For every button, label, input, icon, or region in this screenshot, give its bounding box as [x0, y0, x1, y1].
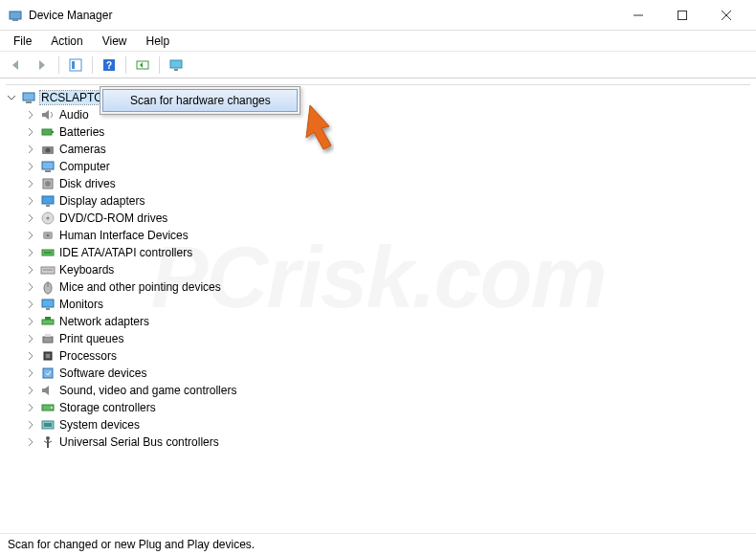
tree-node[interactable]: Display adapters: [6, 192, 750, 210]
svg-rect-6: [70, 59, 81, 71]
tree-node[interactable]: Sound, video and game controllers: [6, 382, 750, 399]
maximize-button[interactable]: [660, 1, 704, 30]
menu-help[interactable]: Help: [139, 33, 178, 50]
tree-node-label: Disk drives: [59, 177, 116, 190]
svg-rect-47: [44, 423, 52, 427]
tree-node[interactable]: Computer: [6, 158, 750, 175]
svg-rect-24: [46, 205, 50, 207]
menu-file[interactable]: File: [6, 33, 39, 50]
tree-node-label: Audio: [59, 108, 89, 122]
svg-point-18: [46, 148, 51, 153]
ide-icon: [40, 245, 56, 260]
printer-icon: [40, 331, 56, 346]
annotation-arrow-icon: [300, 96, 367, 166]
svg-rect-1: [12, 19, 18, 21]
toolbar-separator: [92, 56, 93, 74]
cpu-icon: [40, 348, 56, 364]
expand-icon[interactable]: [25, 281, 36, 293]
expand-icon[interactable]: [25, 161, 36, 172]
svg-rect-42: [46, 354, 50, 358]
svg-rect-37: [42, 320, 54, 324]
expand-icon[interactable]: [25, 247, 36, 258]
minimize-button[interactable]: [616, 1, 660, 30]
expand-icon[interactable]: [25, 385, 36, 396]
expand-icon[interactable]: [25, 126, 36, 138]
svg-point-22: [45, 181, 51, 187]
collapse-icon[interactable]: [6, 92, 17, 103]
expand-icon[interactable]: [25, 178, 36, 189]
menu-view[interactable]: View: [95, 33, 135, 50]
tree-node-label: IDE ATA/ATAPI controllers: [59, 246, 192, 259]
expand-icon[interactable]: [25, 264, 36, 276]
tree-node[interactable]: Batteries: [6, 123, 750, 141]
expand-icon[interactable]: [25, 316, 36, 327]
tree-node[interactable]: Mice and other pointing devices: [6, 278, 750, 296]
expand-icon[interactable]: [25, 299, 36, 310]
tree-node[interactable]: Storage controllers: [6, 399, 750, 416]
svg-rect-16: [52, 131, 54, 133]
tree-node[interactable]: Keyboards: [6, 261, 750, 278]
show-hide-tree-button[interactable]: [64, 55, 87, 76]
expand-icon[interactable]: [25, 230, 36, 241]
tree-node[interactable]: IDE ATA/ATAPI controllers: [6, 244, 750, 261]
expand-icon[interactable]: [25, 367, 36, 379]
svg-rect-13: [23, 93, 34, 100]
tree-node-label: Network adapters: [59, 315, 149, 328]
monitor-button[interactable]: [165, 55, 188, 76]
expand-icon[interactable]: [25, 436, 36, 448]
tree-node-label: Universal Serial Bus controllers: [59, 435, 219, 449]
expand-icon[interactable]: [25, 195, 36, 207]
tree-node-label: Storage controllers: [59, 401, 156, 414]
tree-node-label: Processors: [59, 349, 117, 363]
svg-rect-40: [45, 334, 51, 337]
app-icon: [8, 8, 23, 23]
svg-rect-19: [42, 162, 54, 169]
sound-icon: [40, 383, 56, 398]
scan-hardware-button[interactable]: [131, 55, 154, 76]
cd-icon: [40, 211, 56, 226]
svg-rect-23: [42, 196, 54, 204]
expand-icon[interactable]: [25, 144, 36, 155]
help-button[interactable]: ?: [98, 55, 121, 76]
tree-node-label: Display adapters: [59, 194, 145, 208]
tree-node[interactable]: Universal Serial Bus controllers: [6, 433, 750, 451]
expand-icon[interactable]: [25, 350, 36, 362]
computer-icon: [21, 90, 36, 105]
tree-node[interactable]: Monitors: [6, 296, 750, 313]
tree-node[interactable]: Human Interface Devices: [6, 227, 750, 244]
tree-node[interactable]: Cameras: [6, 141, 750, 158]
device-tree[interactable]: RCSLAPTOP AudioBatteriesCamerasComputerD…: [0, 78, 756, 534]
back-button[interactable]: [6, 55, 29, 76]
tree-node[interactable]: System devices: [6, 416, 750, 433]
tree-node-label: Sound, video and game controllers: [59, 384, 236, 397]
context-scan-hardware[interactable]: Scan for hardware changes: [102, 89, 298, 112]
tree-node-label: Cameras: [59, 143, 106, 156]
tree-node-label: Batteries: [59, 125, 104, 139]
svg-rect-35: [42, 300, 54, 307]
tree-node[interactable]: DVD/CD-ROM drives: [6, 210, 750, 227]
window-controls: [616, 1, 748, 30]
expand-icon[interactable]: [25, 333, 36, 344]
window-title: Device Manager: [29, 9, 616, 22]
close-button[interactable]: [704, 1, 748, 30]
tree-node[interactable]: Software devices: [6, 365, 750, 382]
tree-node[interactable]: Disk drives: [6, 175, 750, 192]
svg-point-45: [51, 407, 53, 409]
disk-icon: [40, 176, 56, 191]
tree-node[interactable]: Network adapters: [6, 313, 750, 330]
expand-icon[interactable]: [25, 419, 36, 431]
hid-icon: [40, 228, 56, 243]
expand-icon[interactable]: [25, 109, 36, 121]
svg-rect-15: [42, 129, 52, 135]
forward-button[interactable]: [31, 55, 54, 76]
tree-node[interactable]: Processors: [6, 347, 750, 365]
expand-icon[interactable]: [25, 402, 36, 413]
svg-rect-30: [44, 252, 52, 254]
keyboard-icon: [40, 262, 56, 278]
tree-node[interactable]: Print queues: [6, 330, 750, 347]
tree-node-label: System devices: [59, 418, 140, 432]
mouse-icon: [40, 279, 56, 295]
expand-icon[interactable]: [25, 212, 36, 224]
menu-action[interactable]: Action: [43, 33, 90, 50]
software-icon: [40, 366, 56, 381]
